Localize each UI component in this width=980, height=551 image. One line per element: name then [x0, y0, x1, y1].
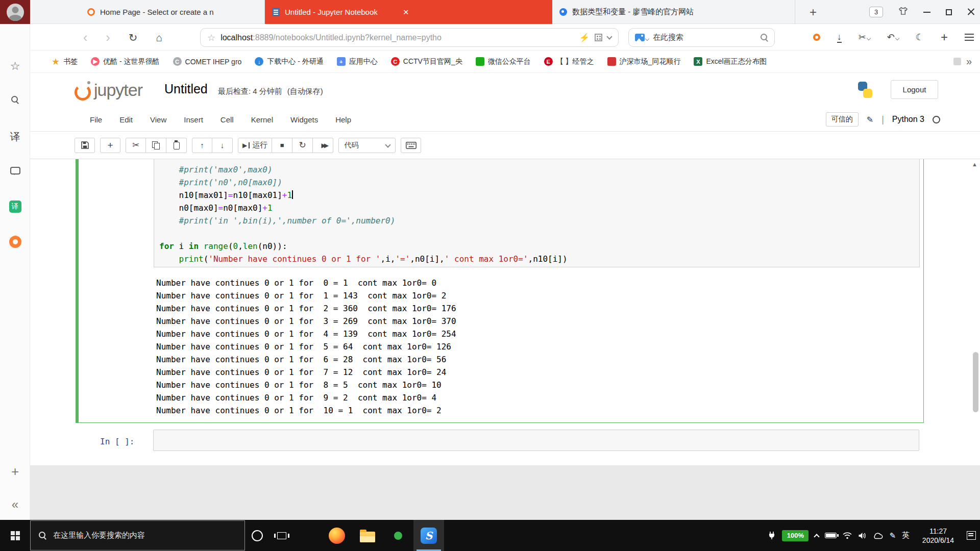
translate-icon[interactable]: 译 [0, 130, 30, 144]
browser-tab-2[interactable]: 数据类型和变量 - 廖雪峰的官方网站 [552, 0, 795, 24]
screenshot-tool[interactable]: ✂ [859, 32, 870, 43]
qr-code-icon[interactable] [595, 34, 602, 41]
address-bar[interactable]: ☆ localhost:8889/notebooks/Untitled.ipyn… [200, 28, 619, 47]
jupyter-logo[interactable]: jupyter [72, 80, 142, 100]
bookmarks-overflow[interactable]: » [953, 56, 972, 67]
speed-mode-icon[interactable]: ⚡ [579, 33, 590, 42]
bookmark-star-icon[interactable]: ☆ [207, 32, 215, 43]
notebook-title[interactable]: Untitled [164, 82, 208, 96]
menu-file[interactable]: File [81, 115, 111, 124]
menu-edit[interactable]: Edit [111, 115, 141, 124]
rail-search-icon[interactable] [0, 96, 30, 104]
cut-button[interactable]: ✂ [126, 138, 146, 153]
favorites-star-icon[interactable]: ☆ [0, 60, 30, 73]
search-engine-selector[interactable] [635, 34, 649, 41]
tab-close-icon[interactable]: × [403, 7, 409, 17]
menu-cell[interactable]: Cell [212, 115, 242, 124]
menu-help[interactable]: Help [327, 115, 360, 124]
restart-run-all-button[interactable]: ▶▶ [313, 138, 333, 153]
bookmark-item-7[interactable]: E【 】经管之 [544, 57, 594, 66]
download-icon[interactable]: ↓ [837, 32, 842, 43]
bookmark-item-8[interactable]: 沪深市场_同花顺行 [607, 57, 681, 66]
taskbar-app-green-browser[interactable] [383, 520, 413, 551]
menu-icon[interactable] [965, 34, 974, 41]
extension-icon[interactable] [0, 236, 30, 248]
bookmark-item-1[interactable]: ▶优酷 - 这世界很酷 [91, 57, 159, 66]
bookmark-item-4[interactable]: +应用中心 [337, 57, 378, 66]
onedrive-cloud-icon[interactable] [873, 532, 883, 539]
skin-icon[interactable] [898, 7, 908, 17]
history-tool[interactable]: ↶ [887, 32, 899, 43]
add-icon[interactable]: + [941, 30, 948, 44]
cell-type-select[interactable]: 代码 [338, 138, 396, 153]
menu-widgets[interactable]: Widgets [282, 115, 327, 124]
night-mode-icon[interactable]: ☾ [916, 32, 924, 43]
tray-expand-button[interactable] [815, 533, 819, 539]
save-button[interactable] [75, 138, 95, 153]
browser-tab-0[interactable]: Home Page - Select or create a n [80, 0, 265, 24]
taskbar-search[interactable]: 在这里输入你要搜索的内容 [30, 520, 245, 550]
battery-percent-badge[interactable]: 100% [782, 530, 808, 541]
tab-count-badge[interactable]: 3 [869, 7, 883, 17]
move-down-button[interactable]: ↓ [212, 138, 233, 153]
refresh-icon[interactable]: ↻ [129, 32, 138, 43]
search-icon[interactable] [761, 34, 768, 41]
address-dropdown-icon[interactable] [606, 34, 612, 39]
minimize-button[interactable] [923, 12, 930, 13]
tab-favicon [87, 8, 95, 16]
bookmark-item-5[interactable]: CCCTV节目官网_央 [391, 57, 462, 66]
task-view-button[interactable] [270, 520, 294, 551]
browser-profile-button[interactable] [0, 0, 30, 24]
menu-view[interactable]: View [141, 115, 175, 124]
battery-icon[interactable] [825, 533, 837, 538]
copy-button[interactable] [146, 138, 166, 153]
empty-code-cell[interactable] [153, 430, 919, 451]
scrollbar-thumb[interactable] [973, 352, 978, 412]
volume-icon[interactable] [858, 532, 867, 539]
pencil-icon[interactable]: ✎ [867, 115, 873, 124]
translate-page-icon[interactable]: 译 [0, 201, 30, 213]
scroll-up-icon[interactable]: ▲ [972, 161, 977, 167]
logout-button[interactable]: Logout [891, 80, 938, 99]
menu-insert[interactable]: Insert [175, 115, 212, 124]
cortana-button[interactable] [245, 520, 270, 551]
home-icon[interactable]: ⌂ [156, 32, 162, 43]
taskbar-app-explorer[interactable] [352, 520, 383, 551]
command-palette-button[interactable] [401, 138, 421, 153]
bookmark-item-2[interactable]: CCOMET IHEP gro [173, 57, 242, 66]
comments-icon[interactable] [0, 167, 30, 174]
browser-search-box[interactable]: 在此搜索 [628, 28, 775, 47]
insert-cell-button[interactable]: + [100, 138, 120, 153]
bookmark-item-6[interactable]: 微信公众平台 [476, 57, 531, 66]
windows-ink-icon[interactable]: ✎ [889, 531, 896, 540]
new-tab-button[interactable]: + [802, 0, 824, 24]
close-window-button[interactable] [967, 8, 975, 16]
move-up-button[interactable]: ↑ [192, 138, 212, 153]
paste-button[interactable] [166, 138, 187, 153]
taskbar-app-firefox[interactable] [322, 520, 352, 551]
sogou-ring-icon[interactable] [813, 34, 820, 41]
run-button[interactable]: ▶运行 [238, 138, 272, 153]
power-plug-icon[interactable] [768, 531, 776, 540]
input-language-indicator[interactable]: 英 [902, 531, 910, 540]
code-editor[interactable]: #print('max0',max0) #print('n0',n0[max0]… [154, 159, 920, 267]
bookmark-item-9[interactable]: XExcel画正态分布图 [694, 57, 766, 66]
rail-add-icon[interactable]: + [0, 464, 30, 480]
start-button[interactable] [0, 520, 30, 551]
forward-icon[interactable]: › [106, 31, 110, 44]
bookmark-item-0[interactable]: ★书签 [52, 57, 78, 66]
action-center-button[interactable] [967, 531, 976, 540]
back-icon[interactable]: ‹ [83, 31, 87, 44]
menu-kernel[interactable]: Kernel [242, 115, 282, 124]
wifi-icon[interactable] [843, 532, 852, 539]
collapse-rail-icon[interactable]: « [0, 497, 30, 512]
taskbar-clock[interactable]: 11:27 2020/6/14 [916, 527, 961, 545]
restart-kernel-button[interactable]: ↻ [292, 138, 313, 153]
maximize-button[interactable] [946, 9, 952, 15]
taskbar-app-sogou[interactable]: S [413, 520, 444, 551]
bookmark-item-3[interactable]: ↓下载中心 - 外研通 [255, 57, 323, 66]
jupyter-toolbar: + ✂ ↑ ↓ ▶运行 ■ ↻ ▶▶ 代码 [30, 132, 980, 159]
browser-tab-1[interactable]: Untitled - Jupyter Notebook× [265, 0, 552, 24]
selected-code-cell[interactable]: #print('max0',max0) #print('n0',n0[max0]… [76, 159, 924, 423]
stop-button[interactable]: ■ [272, 138, 292, 153]
